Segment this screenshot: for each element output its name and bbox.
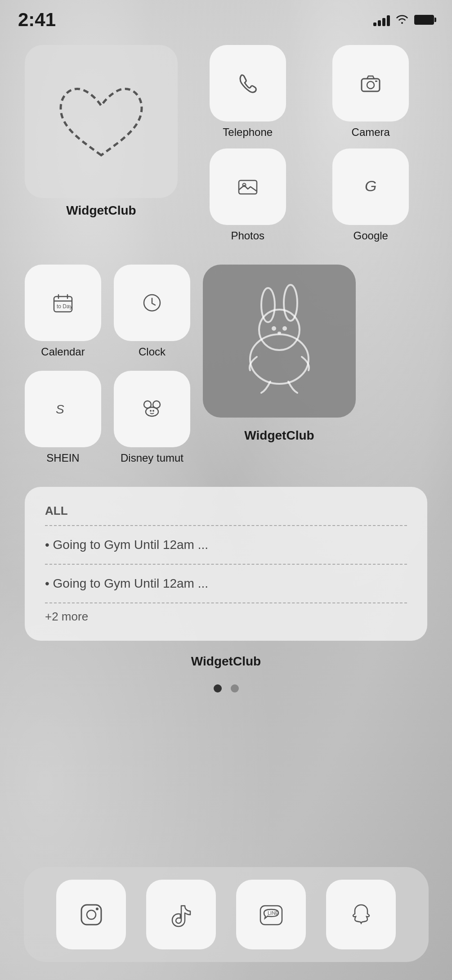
rabbit-widget-wrap[interactable]: WidgetClub xyxy=(203,265,356,443)
page-dots xyxy=(25,684,427,692)
rabbit-widget xyxy=(203,265,356,418)
svg-text:to Day: to Day xyxy=(57,303,72,310)
app-camera[interactable]: Camera xyxy=(314,45,428,139)
mid-app-row: to Day Calendar Clock S xyxy=(25,265,427,464)
svg-text:S: S xyxy=(56,402,64,416)
battery-icon xyxy=(414,15,434,25)
widgetclub-large-widget[interactable]: WidgetClub xyxy=(25,45,178,218)
svg-text:G: G xyxy=(365,177,376,194)
camera-label: Camera xyxy=(352,126,390,139)
page-dot-1[interactable] xyxy=(214,684,222,692)
calendar-label: Calendar xyxy=(41,346,85,358)
svg-point-12 xyxy=(146,407,158,416)
svg-point-19 xyxy=(272,326,276,331)
svg-point-17 xyxy=(261,288,275,322)
dock-line[interactable]: LINE xyxy=(236,880,306,949)
disney-icon-bg xyxy=(114,371,190,447)
svg-point-24 xyxy=(96,908,98,910)
app-google[interactable]: G Google xyxy=(314,148,428,242)
rabbit-widget-label: WidgetClub xyxy=(244,428,314,443)
page-dot-2[interactable] xyxy=(231,684,239,692)
app-disney[interactable]: Disney tumut xyxy=(114,371,190,464)
svg-point-18 xyxy=(284,285,297,321)
events-widget: ALL • Going to Gym Until 12am ... • Goin… xyxy=(25,487,427,641)
dock-instagram[interactable] xyxy=(56,880,126,949)
app-clock[interactable]: Clock xyxy=(114,265,190,358)
svg-point-14 xyxy=(152,410,154,412)
status-time: 2:41 xyxy=(18,9,56,31)
app-shein[interactable]: S SHEIN xyxy=(25,371,101,464)
cal-more: +2 more xyxy=(45,610,407,624)
cal-event-1: • Going to Gym Until 12am ... xyxy=(45,532,407,557)
cal-header: ALL xyxy=(45,504,407,518)
status-bar: 2:41 xyxy=(0,0,452,36)
svg-point-15 xyxy=(250,334,309,384)
telephone-label: Telephone xyxy=(223,126,273,139)
mid-left-apps: to Day Calendar Clock S xyxy=(25,265,190,464)
signal-icon xyxy=(373,13,390,26)
disney-label: Disney tumut xyxy=(121,452,183,464)
status-icons xyxy=(373,13,434,27)
dock: LINE xyxy=(24,867,429,962)
cal-divider-2 xyxy=(45,564,407,565)
shein-icon-bg: S xyxy=(25,371,101,447)
photos-icon-bg xyxy=(210,148,286,225)
svg-point-13 xyxy=(150,410,152,412)
top-right-apps: Telephone Camera xyxy=(191,45,427,242)
clock-icon-bg xyxy=(114,265,190,341)
cal-event-2: • Going to Gym Until 12am ... xyxy=(45,571,407,596)
top-app-row: WidgetClub Telephone xyxy=(25,45,427,242)
photos-label: Photos xyxy=(231,229,264,242)
wifi-icon xyxy=(395,13,409,27)
svg-point-21 xyxy=(277,332,281,334)
svg-point-20 xyxy=(282,326,287,331)
app-calendar[interactable]: to Day Calendar xyxy=(25,265,101,358)
dock-tiktok[interactable] xyxy=(146,880,216,949)
svg-rect-2 xyxy=(375,81,377,82)
widget-club-bottom-label: WidgetClub xyxy=(25,654,427,669)
svg-text:LINE: LINE xyxy=(268,910,278,916)
dock-snapchat[interactable] xyxy=(326,880,396,949)
app-telephone[interactable]: Telephone xyxy=(191,45,304,139)
heart-widget xyxy=(25,45,178,198)
widgetclub-large-label: WidgetClub xyxy=(66,203,136,218)
clock-label: Clock xyxy=(139,346,166,358)
svg-point-23 xyxy=(87,910,96,919)
cal-divider-1 xyxy=(45,525,407,526)
cal-divider-3 xyxy=(45,602,407,603)
google-icon-bg: G xyxy=(332,148,409,225)
svg-point-1 xyxy=(367,81,374,89)
svg-point-16 xyxy=(259,310,300,350)
svg-rect-22 xyxy=(81,905,101,925)
shein-label: SHEIN xyxy=(46,452,79,464)
telephone-icon-bg xyxy=(210,45,286,121)
google-label: Google xyxy=(354,229,388,242)
app-photos[interactable]: Photos xyxy=(191,148,304,242)
calendar-icon-bg: to Day xyxy=(25,265,101,341)
camera-icon-bg xyxy=(332,45,409,121)
